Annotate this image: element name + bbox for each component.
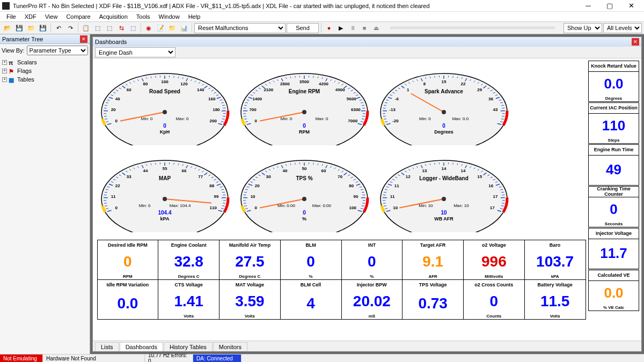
svg-point-65 xyxy=(163,110,167,114)
progress-slider[interactable] xyxy=(390,27,555,29)
grid-tile: INT0% xyxy=(341,240,403,280)
svg-text:11: 11 xyxy=(390,194,395,199)
redo-icon[interactable]: ↷ xyxy=(65,23,76,33)
svg-text:40: 40 xyxy=(115,97,120,101)
grid-tile: Manifold Air Temp27.5Degrees C xyxy=(219,240,281,280)
stop-icon[interactable]: ■ xyxy=(359,23,370,33)
menu-file[interactable]: File xyxy=(2,12,20,21)
svg-line-161 xyxy=(435,76,435,78)
sidebar-close-icon[interactable]: ✕ xyxy=(80,35,87,43)
svg-text:22: 22 xyxy=(115,183,120,188)
viewby-label: View By: xyxy=(2,47,25,54)
minimize-button[interactable]: ─ xyxy=(577,1,599,11)
svg-point-131 xyxy=(302,110,306,114)
svg-text:11: 11 xyxy=(111,194,116,199)
save-icon[interactable]: 💾 xyxy=(14,23,25,33)
grid-tile: BLM Cell4 xyxy=(280,279,342,320)
svg-text:20: 20 xyxy=(111,107,116,112)
tab-lists[interactable]: Lists xyxy=(95,342,119,351)
menu-acquisition[interactable]: Acquisition xyxy=(95,12,132,21)
svg-point-196 xyxy=(442,110,446,114)
gauge: 1011111213141415161717 Logger - WideBand… xyxy=(376,147,511,232)
svg-line-95 xyxy=(295,76,296,78)
tab-monitors[interactable]: Monitors xyxy=(213,342,247,351)
eject-icon[interactable]: ⏏ xyxy=(371,23,382,33)
titlebar: TunerPro RT - No Bin Selected | XDF File… xyxy=(0,0,644,12)
send-button[interactable]: Send xyxy=(287,23,319,33)
gauge: -20-13-6181522293643 Spark AdvanceMin: 0… xyxy=(376,61,511,145)
grid-tile: MAT Voltage3.59Volts xyxy=(219,279,281,320)
menu-window[interactable]: Window xyxy=(155,12,184,21)
close-button[interactable]: ✕ xyxy=(620,1,642,11)
svg-text:66: 66 xyxy=(182,168,187,173)
gauge: 0700140021002800350042004900560063007000… xyxy=(237,61,372,145)
pause-icon[interactable]: ⏸ xyxy=(347,23,358,33)
svg-text:3500: 3500 xyxy=(299,79,309,84)
folder-icon[interactable]: 📁 xyxy=(26,23,36,33)
sidebar: Parameter Tree ✕ View By: Parameter Type… xyxy=(0,34,90,354)
status-hardware: Hardware Not Found xyxy=(43,354,145,362)
svg-line-382 xyxy=(501,192,504,193)
side-tile: Injector Voltage11.7 xyxy=(588,228,639,269)
side-tile: Calculated VE0.0% VE Calc xyxy=(588,270,639,311)
parameter-tree[interactable]: +πScalars+⚑Flags+▦Tables xyxy=(0,57,90,85)
connect-icon[interactable]: ⇆ xyxy=(116,23,127,33)
svg-line-297 xyxy=(313,163,314,165)
svg-text:14: 14 xyxy=(442,166,447,171)
svg-line-10 xyxy=(105,105,107,106)
svg-text:120: 120 xyxy=(180,82,188,86)
tree-item[interactable]: +▦Tables xyxy=(2,75,87,84)
svg-text:1400: 1400 xyxy=(252,97,262,101)
showupto-combo[interactable]: Show Up To xyxy=(564,23,602,33)
svg-text:13: 13 xyxy=(422,168,427,173)
toolbar: 📂 💾 📁 💾 ↶ ↷ 📋 ⬚ ⬚ ⇆ ⬚ ◉ 📝 📁 📊 Reset Malf… xyxy=(0,21,644,34)
grid-tile: Baro103.7kPA xyxy=(524,240,586,280)
grid-tile: o2 Cross Counts0Counts xyxy=(463,279,525,320)
menu-help[interactable]: Help xyxy=(184,12,205,21)
note-icon[interactable]: 📝 xyxy=(155,23,166,33)
svg-point-328 xyxy=(302,197,306,201)
open-icon[interactable]: 📂 xyxy=(2,23,13,33)
svg-text:99: 99 xyxy=(214,194,218,199)
tab-dashboards[interactable]: Dashboards xyxy=(120,342,163,351)
rec2-icon[interactable]: ● xyxy=(324,23,334,33)
chart-icon[interactable]: 📊 xyxy=(179,23,189,33)
tool2-icon[interactable]: ⬚ xyxy=(104,23,115,33)
copy-icon[interactable]: 📋 xyxy=(80,23,91,33)
sidebar-title: Parameter Tree xyxy=(2,36,43,42)
viewby-select[interactable]: Parameter Type xyxy=(27,46,88,55)
svg-text:90: 90 xyxy=(353,194,358,199)
svg-line-273 xyxy=(244,192,247,193)
menu-tools[interactable]: Tools xyxy=(132,12,155,21)
dashboard-close-icon[interactable]: ✕ xyxy=(632,38,639,46)
svg-text:180: 180 xyxy=(213,107,220,112)
svg-line-53 xyxy=(222,105,225,106)
dashboard-header: Dashboards ✕ xyxy=(93,37,641,47)
tool1-icon[interactable]: ⬚ xyxy=(92,23,103,33)
svg-text:22: 22 xyxy=(461,82,466,86)
action-combo[interactable]: Reset Malfunctions xyxy=(194,23,286,33)
tree-item[interactable]: +⚑Flags xyxy=(2,67,87,75)
svg-line-358 xyxy=(435,163,435,165)
save2-icon[interactable]: 💾 xyxy=(38,23,48,33)
maximize-button[interactable]: ▢ xyxy=(599,1,620,11)
grid-tile: o2 Voltage996Millivolts xyxy=(463,240,525,280)
dashboard-tabs: ListsDashboardsHistory TablesMonitors xyxy=(93,341,641,351)
record-icon[interactable]: ◉ xyxy=(143,23,154,33)
svg-line-226 xyxy=(156,163,156,165)
app-icon xyxy=(2,2,10,10)
undo-icon[interactable]: ↶ xyxy=(53,23,64,33)
content-area: Dashboards ✕ Engine Dash 020406080100120… xyxy=(90,34,644,354)
gauge: 0102030405060708090100 TPS %Min: 0.00Max… xyxy=(237,147,372,232)
levels-combo[interactable]: All Levels xyxy=(603,23,642,33)
tab-history-tables[interactable]: History Tables xyxy=(164,342,213,351)
svg-text:2800: 2800 xyxy=(280,82,290,86)
menu-xdf[interactable]: XDF xyxy=(20,12,41,21)
play-icon[interactable]: ▶ xyxy=(335,23,346,33)
menu-compare[interactable]: Compare xyxy=(62,12,94,21)
trace-icon[interactable]: ⬚ xyxy=(128,23,138,33)
tree-item[interactable]: +πScalars xyxy=(2,58,87,67)
dashboard-selector[interactable]: Engine Dash xyxy=(95,47,175,57)
menu-view[interactable]: View xyxy=(41,12,62,21)
folder2-icon[interactable]: 📁 xyxy=(167,23,178,33)
